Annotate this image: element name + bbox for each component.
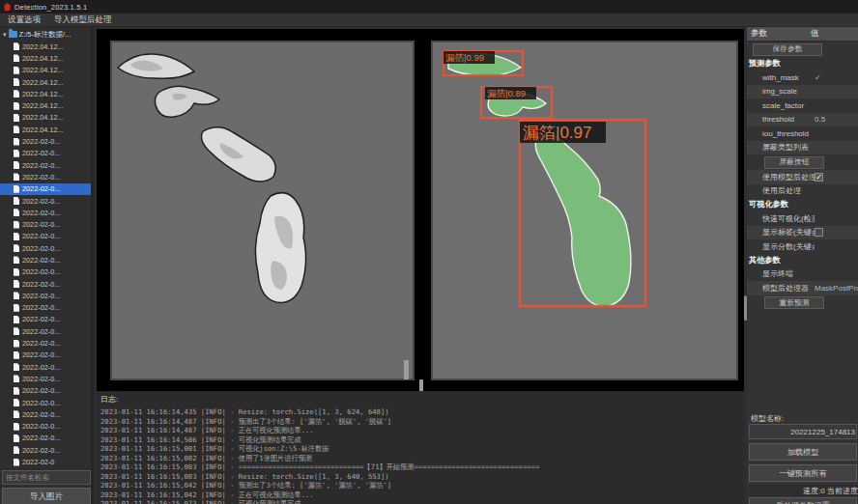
tree-item[interactable]: 2022-02-0... <box>0 350 91 361</box>
param-button[interactable]: 保存参数 <box>753 43 822 56</box>
file-icon <box>14 446 19 454</box>
file-tree: ▾ Z:/5-标注数据/... 2022.04.12...2022.04.12.… <box>0 28 91 469</box>
chevron-down-icon[interactable]: ▾ <box>3 31 7 39</box>
menu-settings[interactable]: 设置选项 <box>8 14 41 26</box>
sidebar: ▾ Z:/5-标注数据/... 2022.04.12...2022.04.12.… <box>0 27 94 504</box>
tree-item-label: 2022-02-0... <box>22 375 60 383</box>
param-row[interactable]: 屏蔽类型列表 <box>747 141 858 155</box>
panel-splitter-handle[interactable] <box>744 295 747 321</box>
tree-item[interactable]: 2022-02-0... <box>0 254 91 266</box>
model-name-field[interactable]: 20221225_174813 <box>749 424 857 439</box>
tree-item[interactable]: 2022-02-0... <box>0 325 91 337</box>
tree-item[interactable]: 2022-02-0... <box>0 337 91 349</box>
file-icon <box>14 459 19 466</box>
postprocess-settings-button[interactable]: 后处理参数设置 <box>749 497 857 504</box>
param-button[interactable]: 屏蔽按钮 <box>764 156 824 169</box>
checkbox[interactable]: ✓ <box>815 173 823 182</box>
param-row[interactable]: 显示分数(关键点) <box>747 239 858 254</box>
tree-root-folder[interactable]: ▾ Z:/5-标注数据/... <box>0 28 91 41</box>
tree-item[interactable]: 2022.04.12... <box>0 112 91 124</box>
tree-item[interactable]: 2022-02-0... <box>0 278 91 290</box>
param-label: 快速可视化(检测) <box>747 213 815 224</box>
prediction-image-panel[interactable]: 漏箔|0.99 漏箔|0.89 漏箔|0.97 <box>425 29 744 391</box>
predict-all-button[interactable]: 一键预测所有 <box>749 464 857 482</box>
tree-item[interactable]: 2022-02-0... <box>0 242 91 254</box>
log-line: 2023-01-11 16:16:14,435 |INFO| - Resize:… <box>100 407 744 417</box>
param-label: 模型后处理器 <box>747 283 815 294</box>
param-value: 0.5 <box>815 115 858 124</box>
tree-item-label: 2022-02-0... <box>22 184 60 193</box>
param-row[interactable]: 模型后处理器MaskPostPro <box>747 281 858 295</box>
tree-root-label: Z:/5-标注数据/... <box>19 30 72 40</box>
param-row[interactable]: with_mask✓ <box>747 70 858 85</box>
tree-item[interactable]: 2022-02-0... <box>0 314 91 325</box>
detection-label: 漏箔|0.99 <box>445 52 484 63</box>
log-title: 日志: <box>100 394 744 405</box>
file-icon <box>14 268 19 276</box>
tree-item[interactable]: 2022-02-0... <box>0 444 91 456</box>
tree-item[interactable]: 2022.04.12... <box>0 52 91 64</box>
tree-item[interactable]: 2022.04.12... <box>0 41 91 52</box>
file-icon <box>14 185 19 193</box>
tree-item[interactable]: 2022-02-0... <box>0 159 91 171</box>
load-model-button[interactable]: 加载模型 <box>749 443 857 461</box>
tree-item[interactable]: 2022-02-0... <box>0 135 91 147</box>
param-button[interactable]: 重新预测 <box>764 296 824 309</box>
detection-label: 漏箔|0.97 <box>523 124 592 142</box>
tree-item[interactable]: 2022-02-0... <box>0 171 91 182</box>
tree-item[interactable]: 2022-02-0... <box>0 373 91 384</box>
file-icon <box>14 304 19 312</box>
tree-item[interactable]: 2022-02-0... <box>0 207 91 218</box>
param-row[interactable]: 显示终端 <box>747 267 858 282</box>
tree-item[interactable]: 2022-02-0... <box>0 218 91 230</box>
tree-item[interactable]: 2022-02-0... <box>0 361 91 373</box>
tree-item[interactable]: 2022-02-0... <box>0 421 91 433</box>
file-icon <box>14 221 19 229</box>
log-line: 2023-01-11 16:16:14,506 |INFO| - 可视化预测结果… <box>100 435 744 445</box>
tree-item[interactable]: 2022.04.12... <box>0 124 91 135</box>
param-row[interactable]: 快速可视化(检测) <box>747 211 858 226</box>
source-image-panel[interactable] <box>97 29 422 391</box>
tree-item[interactable]: 2022.04.12... <box>0 88 91 99</box>
param-section-header: 其他参数 <box>747 254 858 267</box>
log-line: 2023-01-11 16:16:15,003 |INFO| - Resize:… <box>100 472 744 482</box>
checkbox[interactable] <box>815 228 823 237</box>
param-row[interactable]: iou_threshold <box>747 126 858 141</box>
tree-item[interactable]: 2022-02-0... <box>0 302 91 314</box>
tree-item[interactable]: 2022-02-0... <box>0 266 91 278</box>
file-icon <box>14 434 19 442</box>
app-window: Detection_2023.1.5.1 设置选项 导入模型后处理 ▾ Z:/5… <box>0 0 858 504</box>
tree-item[interactable]: 2022-02-0... <box>0 290 91 301</box>
param-row[interactable]: scale_factor <box>747 98 858 113</box>
tree-item-label: 2022.04.12... <box>22 101 64 110</box>
search-input[interactable] <box>2 470 91 485</box>
tree-item[interactable]: 2022.04.12... <box>0 65 91 76</box>
param-label: with_mask <box>747 73 815 82</box>
window-title: Detection_2023.1.5.1 <box>14 3 87 12</box>
tree-item[interactable]: 2022.04.12... <box>0 99 91 111</box>
left-panel-scrollbar[interactable] <box>404 360 409 379</box>
tree-item[interactable]: 2022-02-0... <box>0 433 91 444</box>
file-icon <box>14 423 19 431</box>
tree-item[interactable]: 2022-02-0... <box>0 231 91 242</box>
tree-item[interactable]: 2022-02-0... <box>0 397 91 408</box>
tree-item-label: 2022-02-0... <box>22 350 60 359</box>
tree-item[interactable]: 2022-02-0... <box>0 408 91 420</box>
param-row[interactable]: 显示标签(关键点) <box>747 226 858 240</box>
file-icon <box>14 173 19 181</box>
tree-item[interactable]: 2022-02-0... <box>0 195 91 207</box>
tree-item[interactable]: 2022-02-0... <box>0 385 91 397</box>
menu-import-postprocess[interactable]: 导入模型后处理 <box>54 14 112 26</box>
import-images-button[interactable]: 导入图片 <box>2 488 91 504</box>
file-icon <box>14 280 19 288</box>
tree-item-label: 2022-02-0... <box>22 422 60 431</box>
tree-item[interactable]: 2022-02-0... <box>0 183 91 195</box>
param-row[interactable]: threshold0.5 <box>747 113 858 127</box>
tree-item[interactable]: 2022-02-0... <box>0 148 91 159</box>
tree-item[interactable]: 2022-02-0 <box>0 456 91 467</box>
param-row[interactable]: 使用模型后处理✓ <box>747 170 858 184</box>
param-label: 屏蔽类型列表 <box>747 142 815 153</box>
tree-item[interactable]: 2022.04.12... <box>0 76 91 88</box>
param-row[interactable]: 使用后处理 <box>747 184 858 199</box>
param-row[interactable]: img_scale <box>747 85 858 99</box>
